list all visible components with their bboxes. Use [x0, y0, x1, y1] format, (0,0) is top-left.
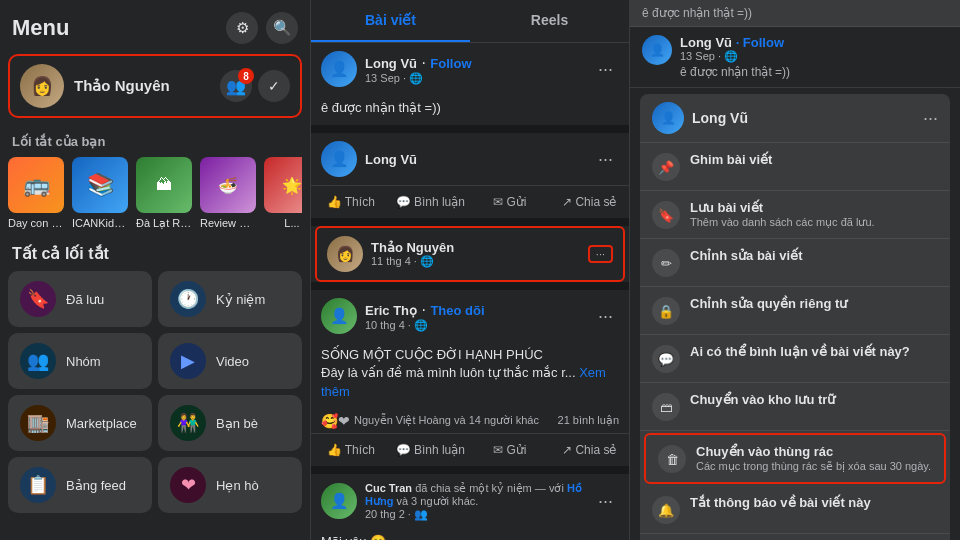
shortcuts-grid: 🚌 Day con song ngữ... 📚 ICANKid Giáo Dục… [8, 157, 302, 230]
post-more-button[interactable]: ··· [592, 147, 619, 172]
post-avatar: 👤 [321, 298, 357, 334]
context-menu: 👤 Long Vũ ··· 📌 Ghim bài viết 🔖 Lưu bài … [640, 94, 950, 540]
shortcut-label: Đà Lạt Review Tất... [136, 217, 192, 230]
right-top-text: ê được nhận thật =)) [642, 6, 752, 20]
ctx-archive[interactable]: 🗃 Chuyển vào kho lưu trữ [640, 383, 950, 431]
menu-label: Marketplace [66, 416, 137, 431]
comment-settings-icon: 💬 [652, 345, 680, 373]
archive-icon: 🗃 [652, 393, 680, 421]
send-button[interactable]: ✉ Gửi [470, 436, 550, 464]
ctx-author-name: Long Vũ [692, 110, 748, 126]
menu-label: Hẹn hò [216, 478, 259, 493]
mute-icon: 🔔 [652, 496, 680, 524]
menu-item-feed[interactable]: 📋 Bảng feed [8, 457, 152, 513]
context-header: 👤 Long Vũ ··· [640, 94, 950, 143]
right-follow-link[interactable]: · Follow [736, 35, 784, 50]
notification-badge[interactable]: 👥 8 [220, 70, 252, 102]
avatar: 👩 [20, 64, 64, 108]
ctx-who-can-comment[interactable]: 💬 Ai có thể bình luận về bài viết này? [640, 335, 950, 383]
middle-panel: Bài viết Reels 👤 Long Vũ · Follow 13 Sep… [310, 0, 630, 540]
post-info: Long Vũ [365, 152, 584, 167]
post-header: 👤 Long Vũ ··· [311, 133, 629, 185]
menu-item-groups[interactable]: 👥 Nhóm [8, 333, 152, 389]
profile-right-icons: 👥 8 ✓ [220, 70, 290, 102]
post-author: Thảo Nguyên [371, 240, 580, 255]
reaction-emojis: 🥰❤ [321, 413, 350, 429]
right-top-bar: ê được nhận thật =)) [630, 0, 960, 27]
right-panel: ê được nhận thật =)) 👤 Long Vũ · Follow … [630, 0, 960, 540]
menu-item-marketplace[interactable]: 🏬 Marketplace [8, 395, 152, 451]
right-preview-author-line: Long Vũ · Follow [680, 35, 790, 50]
post-meta: 10 thg 4 · 🌐 [365, 319, 584, 332]
post-card: 👩 Thảo Nguyên 11 thg 4 · 🌐 ··· [311, 226, 629, 282]
ctx-mute-notifs[interactable]: 🔔 Tắt thông báo về bài viết này [640, 486, 950, 534]
post-card: 👤 Long Vũ ··· 👍 Thích 💬 Bình luận ✉ Gửi … [311, 133, 629, 218]
profile-box[interactable]: 👩 Thảo Nguyên 👥 8 ✓ [8, 54, 302, 118]
post-actions: 👍 Thích 💬 Bình luận ✉ Gửi ↗ Chia sẻ [311, 185, 629, 218]
share-button[interactable]: ↗ Chia sẻ [550, 436, 630, 464]
menu-label: Nhóm [66, 354, 101, 369]
dating-icon: ❤ [170, 467, 206, 503]
like-button[interactable]: 👍 Thích [311, 436, 391, 464]
ctx-edit-privacy[interactable]: 🔒 Chỉnh sửa quyền riêng tư [640, 287, 950, 335]
shortcut-item[interactable]: 🌟 L... [264, 157, 302, 230]
menu-item-dating[interactable]: ❤ Hẹn hò [158, 457, 302, 513]
post-text: Mãi yêu 😊 [311, 529, 629, 540]
menu-label: Đã lưu [66, 292, 104, 307]
check-icon[interactable]: ✓ [258, 70, 290, 102]
post-actions: 👍 Thích 💬 Bình luận ✉ Gửi ↗ Chia sẻ [311, 433, 629, 466]
comment-button[interactable]: 💬 Bình luận [391, 188, 471, 216]
tab-posts[interactable]: Bài viết [311, 0, 470, 42]
shortcut-item[interactable]: 📚 ICANKid Giáo Dục... [72, 157, 128, 230]
post-more-button[interactable]: ··· [592, 57, 619, 82]
ctx-edit-post[interactable]: ✏ Chỉnh sửa bài viết [640, 239, 950, 287]
friends-icon: 👫 [170, 405, 206, 441]
ctx-label: Chuyển vào thùng rác [696, 444, 932, 459]
ctx-add-album[interactable]: 📷 Thêm vào album [640, 534, 950, 540]
shortcut-label: ICANKid Giáo Dục... [72, 217, 128, 230]
ctx-more-button[interactable]: ··· [923, 108, 938, 129]
ctx-text: Tắt thông báo về bài viết này [690, 495, 938, 510]
ctx-text: Chỉnh sửa quyền riêng tư [690, 296, 938, 311]
ctx-label: Ai có thể bình luận về bài viết này? [690, 344, 938, 359]
saved-icon: 🔖 [20, 281, 56, 317]
ctx-label: Ghim bài viết [690, 152, 938, 167]
tab-reels[interactable]: Reels [470, 0, 629, 42]
save-icon: 🔖 [652, 201, 680, 229]
shortcut-item[interactable]: 🏔 Đà Lạt Review Tất... [136, 157, 192, 230]
post-more-button[interactable]: ··· [592, 304, 619, 329]
ctx-pin-post[interactable]: 📌 Ghim bài viết [640, 143, 950, 191]
shortcut-item[interactable]: 🍜 Review Ăn Uống Đà L... [200, 157, 256, 230]
menu-item-friends[interactable]: 👫 Bạn bè [158, 395, 302, 451]
ctx-label: Chuyển vào kho lưu trữ [690, 392, 938, 407]
feed-icon: 📋 [20, 467, 56, 503]
profile-name: Thảo Nguyên [74, 77, 170, 95]
post-meta: 20 thg 2 · 👥 [365, 508, 584, 521]
menu-item-memories[interactable]: 🕐 Kỷ niệm [158, 271, 302, 327]
ctx-label: Chỉnh sửa quyền riêng tư [690, 296, 938, 311]
menu-item-saved[interactable]: 🔖 Đã lưu [8, 271, 152, 327]
comment-button[interactable]: 💬 Bình luận [391, 436, 471, 464]
post-avatar: 👤 [321, 51, 357, 87]
like-button[interactable]: 👍 Thích [311, 188, 391, 216]
settings-icon[interactable]: ⚙ [226, 12, 258, 44]
post-more-button[interactable]: ··· [592, 489, 619, 514]
send-button[interactable]: ✉ Gửi [470, 188, 550, 216]
right-preview-author: Long Vũ [680, 35, 732, 50]
post-more-button[interactable]: ··· [588, 245, 613, 263]
ctx-trash[interactable]: 🗑 Chuyển vào thùng rác Các mục trong thù… [644, 433, 946, 484]
search-icon[interactable]: 🔍 [266, 12, 298, 44]
ctx-text: Chuyển vào kho lưu trữ [690, 392, 938, 407]
ctx-text: Ai có thể bình luận về bài viết này? [690, 344, 938, 359]
post-card: 👤 Eric Thọ · Theo dõi 10 thg 4 · 🌐 ··· S… [311, 290, 629, 466]
ctx-save-post[interactable]: 🔖 Lưu bài viết Thêm vào danh sách các mụ… [640, 191, 950, 239]
menu-item-video[interactable]: ▶ Video [158, 333, 302, 389]
post-text: ê được nhận thật =)) [311, 95, 629, 125]
follow-link[interactable]: Follow [430, 56, 471, 71]
reaction-text: Nguyễn Việt Hoàng và 14 người khác [354, 414, 539, 427]
share-button[interactable]: ↗ Chia sẻ [550, 188, 630, 216]
shortcut-item[interactable]: 🚌 Day con song ngữ... [8, 157, 64, 230]
post-card: 👤 Long Vũ · Follow 13 Sep · 🌐 ··· ê được… [311, 43, 629, 125]
ctx-label: Chỉnh sửa bài viết [690, 248, 938, 263]
follow-link[interactable]: Theo dõi [430, 303, 484, 318]
